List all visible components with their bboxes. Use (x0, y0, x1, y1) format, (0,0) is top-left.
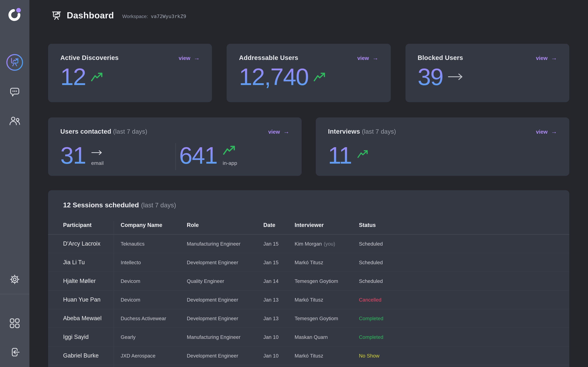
company-cell: Gearly (121, 334, 187, 340)
presentation-chart-icon (52, 10, 61, 20)
interviews-value: 11 (328, 143, 352, 167)
status-cell: Scheduled (359, 259, 554, 265)
card-title: Users contacted(last 7 days) (60, 128, 147, 135)
participant-cell: Hjalte Møller (63, 278, 121, 284)
sidebar-divider (0, 294, 29, 294)
participant-cell: Gabriel Burke (63, 352, 121, 359)
inapp-value: 641 (179, 143, 217, 167)
company-cell: Devicom (121, 297, 187, 303)
interviewer-cell: Temesgen Goytiom (295, 278, 359, 284)
col-status: Status (359, 222, 554, 228)
view-link[interactable]: view → (536, 55, 557, 62)
date-cell: Jan 15 (263, 241, 295, 247)
participant-cell: Iggi Sayid (63, 334, 121, 340)
trend-flat-arrow-icon (91, 150, 103, 156)
role-cell: Manufacturing Engineer (187, 241, 263, 247)
table-row[interactable]: D'Arcy LacroixTeknauticsManufacturing En… (48, 234, 569, 253)
inapp-metric: 641 in-app (179, 143, 237, 167)
date-cell: Jan 13 (263, 316, 295, 321)
stat-value: 39 (418, 65, 443, 89)
gear-icon (9, 274, 20, 285)
table-row[interactable]: Jia Li TuIntellectoDevelopment EngineerJ… (48, 253, 569, 272)
inapp-label: in-app (223, 160, 237, 166)
role-cell: Development Engineer (187, 297, 263, 303)
col-role: Role (187, 222, 263, 228)
interviews-metric: 11 (328, 143, 369, 167)
interviewer-cell: Markó Titusz (295, 353, 359, 359)
view-link[interactable]: view → (268, 128, 289, 135)
col-interviewer: Interviewer (295, 222, 359, 228)
view-link[interactable]: view → (357, 55, 378, 62)
table-row[interactable]: Huan Yue PanDevicomDevelopment EngineerJ… (48, 291, 569, 309)
metric-divider (175, 143, 176, 170)
participant-cell: D'Arcy Lacroix (63, 240, 121, 247)
table-header-row: Participant Company Name Role Date Inter… (48, 216, 569, 234)
page-title: Dashboard (67, 10, 114, 20)
email-label: email (91, 160, 104, 166)
card-title: Blocked Users (418, 54, 463, 61)
view-link[interactable]: view → (179, 55, 200, 62)
presentation-chart-icon (6, 54, 23, 71)
arrow-right-icon: → (551, 54, 557, 61)
activity-cards-row: Users contacted(last 7 days) view → 31 (48, 117, 569, 176)
date-cell: Jan 13 (263, 297, 295, 303)
card-interviews: Interviews(last 7 days) view → 11 (316, 117, 569, 176)
workspace-label: Workspace: (122, 14, 148, 19)
card-subtitle: (last 7 days) (362, 128, 396, 135)
table-row[interactable]: Gabriel BurkeJXD AerospaceDevelopment En… (48, 347, 569, 365)
brand-logo-icon (7, 7, 22, 22)
trend-up-icon (223, 144, 236, 156)
interviewer-cell: Temesgen Goytiom (295, 316, 359, 321)
participant-cell: Huan Yue Pan (63, 296, 121, 303)
sidebar-item-settings[interactable] (9, 274, 20, 285)
company-cell: Duchess Activewear (121, 316, 187, 321)
sessions-card: 12 Sessions scheduled(last 7 days) Parti… (48, 190, 569, 367)
role-cell: Manufacturing Engineer (187, 334, 263, 340)
status-cell: Completed (359, 316, 554, 321)
page-header: Dashboard Workspace: va72Wyu3rkZ9 (52, 10, 186, 20)
arrow-right-icon: → (372, 54, 378, 61)
stat-cards-row: Active Discoveries view → 12 (48, 44, 569, 102)
card-title: Interviews(last 7 days) (328, 128, 396, 135)
users-icon (9, 115, 20, 127)
brand-logo[interactable] (7, 7, 22, 22)
grid-icon (9, 318, 20, 328)
sidebar-item-sign-out[interactable] (9, 347, 20, 358)
card-active-discoveries: Active Discoveries view → 12 (48, 44, 212, 102)
table-row[interactable]: Iggi SayidGearlyManufacturing EngineerJa… (48, 328, 569, 347)
col-participant: Participant (63, 222, 121, 228)
trend-up-icon (357, 149, 369, 159)
table-body: D'Arcy LacroixTeknauticsManufacturing En… (48, 234, 569, 365)
card-title: Active Discoveries (60, 54, 119, 61)
participant-column-divider (114, 221, 114, 367)
participant-cell: Abeba Mewael (63, 315, 121, 322)
table-row[interactable]: Hjalte MøllerDevicomQuality EngineerJan … (48, 272, 569, 291)
date-cell: Jan 15 (263, 259, 295, 265)
card-title: Addressable Users (239, 54, 298, 61)
sidebar-item-messages[interactable] (9, 87, 20, 98)
table-row[interactable]: Abeba MewaelDuchess ActivewearDevelopmen… (48, 309, 569, 328)
arrow-right-icon: → (194, 54, 200, 61)
role-cell: Development Engineer (187, 316, 263, 321)
card-addressable-users: Addressable Users view → 12,740 (227, 44, 391, 102)
workspace-info: Workspace: va72Wyu3rkZ9 (122, 13, 186, 19)
company-cell: JXD Aerospace (121, 353, 187, 359)
main-content: Dashboard Workspace: va72Wyu3rkZ9 Active… (29, 0, 588, 367)
date-cell: Jan 10 (263, 334, 295, 340)
company-cell: Devicom (121, 278, 187, 284)
stat-value: 12 (60, 65, 86, 89)
col-date: Date (263, 222, 295, 228)
sidebar-item-apps[interactable] (9, 318, 20, 328)
view-link[interactable]: view → (536, 128, 557, 135)
col-company: Company Name (121, 222, 187, 228)
status-cell: No Show (359, 353, 554, 359)
sidebar-item-dashboard[interactable] (6, 54, 23, 71)
role-cell: Development Engineer (187, 259, 263, 265)
trend-up-icon (91, 71, 104, 82)
email-value: 31 (60, 143, 86, 167)
status-cell: Scheduled (359, 278, 554, 284)
sidebar-item-people[interactable] (9, 115, 20, 127)
sign-out-icon (9, 347, 20, 358)
sidebar (0, 0, 29, 367)
interviewer-note: (you) (324, 241, 335, 246)
